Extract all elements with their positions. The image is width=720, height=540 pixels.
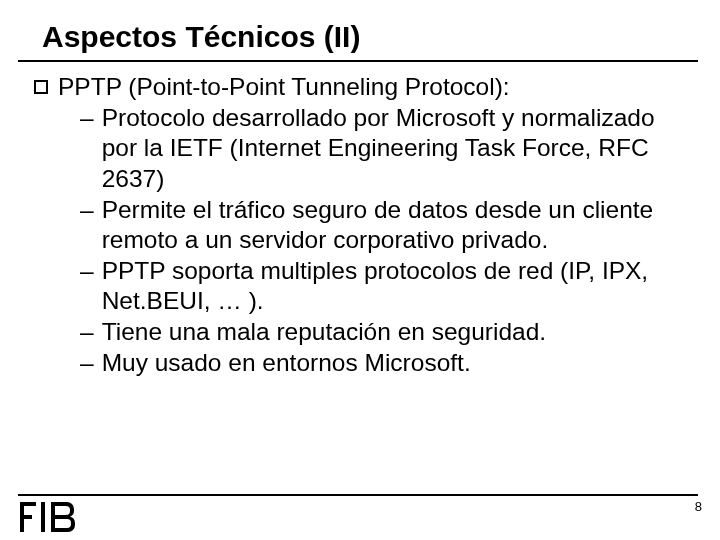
bullet-heading: PPTP (Point-to-Point Tunneling Protocol)… — [58, 72, 690, 103]
footer-divider — [18, 494, 698, 496]
list-item: – Permite el tráfico seguro de datos des… — [80, 195, 690, 256]
subitem-text: Protocolo desarrollado por Microsoft y n… — [102, 103, 690, 195]
subitems: – Protocolo desarrollado por Microsoft y… — [80, 103, 690, 379]
subitem-text: Tiene una mala reputación en seguridad. — [102, 317, 690, 348]
content-area: PPTP (Point-to-Point Tunneling Protocol)… — [0, 62, 720, 378]
list-item: – Muy usado en entornos Microsoft. — [80, 348, 690, 379]
subitem-text: Permite el tráfico seguro de datos desde… — [102, 195, 690, 256]
list-item: – PPTP soporta multiples protocolos de r… — [80, 256, 690, 317]
dash-icon: – — [80, 256, 94, 287]
bullet-main: PPTP (Point-to-Point Tunneling Protocol)… — [34, 72, 690, 378]
dash-icon: – — [80, 103, 94, 134]
fib-logo — [18, 500, 80, 534]
square-bullet-icon — [34, 80, 48, 94]
list-item: – Tiene una mala reputación en seguridad… — [80, 317, 690, 348]
bullet-body: PPTP (Point-to-Point Tunneling Protocol)… — [58, 72, 690, 378]
svg-rect-1 — [20, 502, 36, 506]
subitem-text: PPTP soporta multiples protocolos de red… — [102, 256, 690, 317]
subitem-text: Muy usado en entornos Microsoft. — [102, 348, 690, 379]
slide-title: Aspectos Técnicos (II) — [0, 0, 720, 60]
list-item: – Protocolo desarrollado por Microsoft y… — [80, 103, 690, 195]
dash-icon: – — [80, 348, 94, 379]
dash-icon: – — [80, 195, 94, 226]
page-number: 8 — [695, 499, 702, 514]
svg-rect-3 — [41, 502, 45, 532]
svg-rect-2 — [20, 515, 32, 519]
slide: Aspectos Técnicos (II) PPTP (Point-to-Po… — [0, 0, 720, 540]
dash-icon: – — [80, 317, 94, 348]
